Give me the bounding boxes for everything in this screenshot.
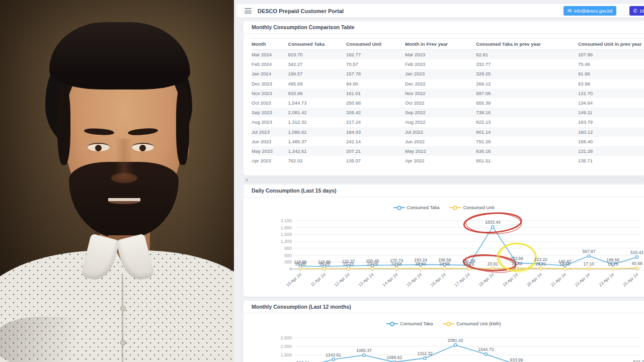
table-cell: 63.99	[578, 79, 644, 88]
x-axis-label: 15 Apr 24	[406, 272, 423, 288]
table-cell: 801.14	[476, 127, 578, 137]
monthly-consumption-card: Monthly Consumption (Last 12 months) Con…	[244, 301, 644, 362]
data-point-label: 933.99	[510, 357, 523, 362]
data-point-marker[interactable]	[299, 267, 301, 270]
data-point-marker[interactable]	[395, 267, 397, 270]
scroll-left-arrow-icon[interactable]: ‹	[246, 177, 248, 183]
table-cell: 822.13	[476, 117, 578, 127]
comparison-table: MonthConsumed TakaConsumed UnitMonth in …	[252, 38, 644, 165]
data-point-label: 23.91	[488, 261, 499, 266]
table-cell: 1,242.61	[288, 146, 346, 156]
legend-item-consumed-taka[interactable]: Consumed Taka	[393, 205, 440, 210]
data-point-marker[interactable]	[443, 267, 446, 269]
comparison-table-title: Monthly Consumption Comparison Table	[244, 21, 644, 34]
data-point-marker[interactable]	[323, 267, 326, 270]
photo-shirt-placket	[122, 276, 123, 362]
table-cell: 1,086.62	[288, 127, 346, 137]
monthly-consumption-chart[interactable]: 5001,0001,5002,0002,500762.021242.611485…	[244, 333, 644, 362]
table-cell: Sep 2022	[405, 108, 476, 117]
table-cell: 1,485.37	[288, 137, 346, 146]
y-tick-label: 600	[284, 253, 292, 258]
email-button[interactable]: ✉ info@desco.gov.bd	[564, 6, 616, 16]
data-point-label: 515.42	[630, 250, 643, 255]
table-cell: 762.02	[288, 156, 346, 165]
data-point-marker[interactable]	[588, 267, 590, 270]
table-cell: Jun 2023	[252, 137, 288, 146]
data-point-marker[interactable]	[332, 358, 335, 360]
hamburger-menu-icon[interactable]	[245, 7, 252, 15]
table-cell: 199.57	[288, 69, 346, 78]
data-point-marker[interactable]	[612, 267, 614, 270]
table-row: Jan 2024199.57157.78Jan 2023329.2591.86	[252, 69, 644, 78]
data-point-marker[interactable]	[635, 267, 638, 269]
y-tick-label: 1,500	[280, 232, 292, 237]
daily-consumption-chart[interactable]: 03006009001,2001,5001,8002,100119.95115.…	[244, 211, 644, 295]
table-horizontal-scrollbar[interactable]: ‹	[244, 177, 644, 183]
data-point-label: 1242.61	[326, 352, 341, 357]
data-point-marker[interactable]	[635, 256, 638, 258]
table-cell: Jun 2022	[405, 137, 476, 146]
legend-label: Consumed Unit (kWh)	[456, 321, 501, 326]
portal-header: DESCO Prepaid Customer Portal ✉ info@des…	[236, 4, 644, 18]
data-point-marker[interactable]	[485, 353, 487, 355]
hotline-button[interactable]: ✆ 16120	[629, 6, 644, 16]
table-cell: 135.71	[578, 156, 644, 165]
data-point-label: 1485.37	[356, 348, 372, 353]
photo-nose-tip	[111, 173, 137, 183]
table-row: Apr 2023762.02135.07Apr 2022661.51135.71	[252, 156, 644, 165]
data-point-marker[interactable]	[454, 344, 456, 346]
data-point-marker[interactable]	[492, 226, 494, 228]
data-point-marker[interactable]	[371, 267, 374, 270]
table-cell: Mar 2024	[252, 50, 288, 60]
data-point-label: 16.66	[295, 261, 306, 266]
table-cell: 217.24	[346, 117, 405, 127]
y-tick-label: 900	[284, 246, 292, 251]
table-cell: 157.86	[578, 50, 644, 60]
table-cell: 134.64	[578, 98, 644, 108]
table-cell: Mar 2023	[405, 50, 476, 60]
legend-item-consumed-unit-kwh[interactable]: Consumed Unit (kWh)	[443, 321, 501, 326]
photo-mustache	[102, 187, 147, 199]
data-point-label: 17.10	[584, 261, 595, 266]
photo-right-eye	[132, 143, 154, 151]
line-series-icon	[443, 321, 454, 326]
data-point-label: 823.7	[633, 359, 644, 362]
table-cell: 342.27	[288, 59, 346, 69]
table-cell: 131.28	[578, 146, 644, 156]
legend-item-consumed-taka[interactable]: Consumed Taka	[386, 321, 433, 326]
y-tick-label: 2,000	[280, 344, 292, 349]
data-point-marker[interactable]	[492, 267, 494, 269]
x-axis-label: 20 Apr 24	[526, 272, 543, 288]
desco-portal: DESCO Prepaid Customer Portal ✉ info@des…	[234, 0, 644, 362]
daily-chart-legend: Consumed Taka Consumed Unit	[244, 205, 644, 211]
data-point-marker[interactable]	[419, 267, 422, 269]
data-point-marker[interactable]	[363, 354, 365, 356]
table-cell: 75.46	[578, 59, 644, 69]
legend-item-consumed-unit[interactable]: Consumed Unit	[449, 205, 494, 210]
table-row: Oct 20231,544.73250.68Oct 2022655.39134.…	[252, 98, 644, 108]
comparison-table-body: Mar 2024823.70182.77Mar 202362.81157.86F…	[252, 50, 644, 166]
series-line	[303, 345, 638, 362]
x-axis-label: 13 Apr 24	[357, 272, 375, 288]
table-cell: Sep 2023	[252, 108, 288, 117]
data-point-label: 37.42	[511, 261, 522, 266]
data-point-marker[interactable]	[424, 357, 426, 359]
data-point-marker[interactable]	[564, 267, 566, 270]
table-cell: 158.40	[578, 137, 644, 146]
table-cell: 163.79	[578, 117, 644, 127]
photo-shirt-button	[120, 340, 126, 345]
y-tick-label: 2,100	[280, 218, 292, 223]
data-point-marker[interactable]	[347, 267, 350, 270]
phone-icon: ✆	[633, 8, 637, 14]
table-cell: Apr 2022	[405, 156, 476, 165]
data-point-marker[interactable]	[588, 255, 590, 257]
line-series-icon	[393, 205, 405, 210]
column-header: Month	[252, 39, 288, 50]
x-axis-label: 12 Apr 24	[334, 272, 351, 288]
data-point-marker[interactable]	[539, 267, 542, 269]
data-point-label: 1312.32	[417, 351, 433, 356]
data-point-label: 1086.62	[387, 355, 403, 360]
table-cell: 62.81	[476, 50, 578, 60]
table-row: Nov 2023933.99161.01Nov 2022587.09122.70	[252, 88, 644, 98]
table-row: Sep 20232,081.42326.42Sep 2022738.16149.…	[252, 108, 644, 117]
